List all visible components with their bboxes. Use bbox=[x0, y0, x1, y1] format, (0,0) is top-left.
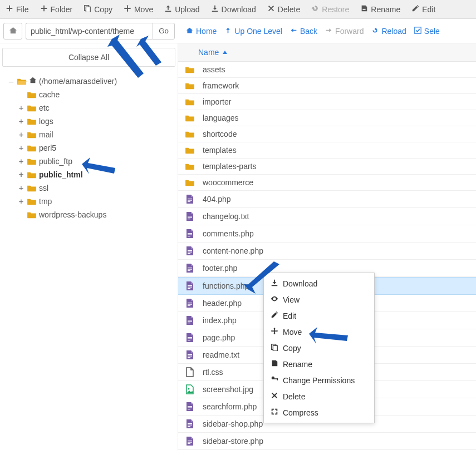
compress-icon bbox=[271, 408, 278, 417]
nav-up-button[interactable]: Up One Level bbox=[224, 27, 282, 36]
svg-rect-37 bbox=[188, 409, 190, 409]
svg-rect-32 bbox=[188, 356, 192, 357]
tree-item-label: perl5 bbox=[39, 142, 56, 154]
move-button[interactable]: Move bbox=[118, 2, 159, 16]
expand-icon[interactable]: + bbox=[18, 116, 24, 127]
svg-rect-13 bbox=[188, 250, 192, 251]
file-row[interactable]: comments.php bbox=[178, 225, 476, 243]
new-folder-button[interactable]: Folder bbox=[35, 2, 78, 16]
edit-button[interactable]: Edit bbox=[406, 2, 441, 16]
tree-item-label: wordpress-backups bbox=[39, 209, 106, 220]
tree-item[interactable]: +public_html bbox=[18, 168, 178, 181]
tree-item[interactable]: cache bbox=[18, 88, 178, 101]
context-permissions[interactable]: Change Permissions bbox=[264, 372, 374, 388]
file-name: templates-parts bbox=[203, 162, 256, 171]
nav-home-button[interactable]: Home bbox=[186, 27, 217, 36]
svg-rect-45 bbox=[273, 345, 277, 351]
context-move[interactable]: Move bbox=[264, 324, 374, 340]
file-row[interactable]: templates-parts bbox=[178, 159, 476, 175]
go-button[interactable]: Go bbox=[153, 23, 175, 39]
x-icon bbox=[271, 392, 278, 401]
file-row[interactable]: sidebar-store.php bbox=[178, 433, 476, 450]
tree-item[interactable]: +perl5 bbox=[18, 141, 178, 155]
svg-rect-22 bbox=[188, 303, 192, 303]
folder-icon bbox=[27, 211, 37, 219]
path-input[interactable] bbox=[26, 23, 153, 39]
expand-icon[interactable]: + bbox=[18, 182, 24, 194]
file-row[interactable]: woocommerce bbox=[178, 175, 476, 191]
file-row[interactable]: content-none.php bbox=[178, 243, 476, 260]
restore-button[interactable]: Restore bbox=[306, 2, 355, 16]
nav-reload-button[interactable]: Reload bbox=[371, 27, 406, 36]
context-edit[interactable]: Edit bbox=[264, 308, 374, 324]
svg-rect-6 bbox=[188, 201, 190, 202]
home-button[interactable] bbox=[3, 23, 22, 39]
column-header-name[interactable]: Name bbox=[178, 43, 476, 62]
folder-icon bbox=[184, 179, 196, 186]
file-list: Name assetsframeworkimporterlanguagessho… bbox=[178, 43, 476, 450]
restore-icon bbox=[311, 4, 319, 14]
context-delete[interactable]: Delete bbox=[264, 388, 374, 404]
upload-button[interactable]: Upload bbox=[159, 2, 205, 16]
tree-item[interactable]: +mail bbox=[18, 128, 178, 141]
nav-back-button[interactable]: Back bbox=[290, 27, 317, 36]
svg-rect-10 bbox=[188, 233, 192, 234]
tree-item[interactable]: wordpress-backups bbox=[18, 208, 178, 221]
svg-rect-24 bbox=[188, 305, 190, 306]
copy-icon bbox=[84, 4, 91, 14]
svg-point-34 bbox=[188, 388, 190, 390]
tree-item[interactable]: +logs bbox=[18, 115, 178, 128]
file-name: rtl.css bbox=[203, 368, 223, 377]
download-button[interactable]: Download bbox=[205, 2, 262, 16]
eye-icon bbox=[271, 295, 278, 304]
column-header-label: Name bbox=[198, 48, 219, 57]
file-row[interactable]: assets bbox=[178, 62, 476, 78]
collapse-icon[interactable]: – bbox=[8, 76, 14, 87]
folder-icon bbox=[184, 162, 196, 170]
context-download[interactable]: Download bbox=[264, 275, 374, 291]
context-compress[interactable]: Compress bbox=[264, 404, 374, 421]
delete-button[interactable]: Delete bbox=[262, 2, 306, 16]
tree-item[interactable]: +tmp bbox=[18, 195, 178, 208]
expand-icon[interactable]: + bbox=[18, 196, 24, 207]
file-image-icon bbox=[184, 384, 196, 394]
file-row[interactable]: changelog.txt bbox=[178, 208, 476, 225]
file-row[interactable]: 404.php bbox=[178, 191, 476, 208]
copy-button[interactable]: Copy bbox=[78, 2, 118, 16]
file-row[interactable]: importer bbox=[178, 94, 476, 110]
expand-icon[interactable]: + bbox=[18, 102, 24, 113]
file-name: page.php bbox=[203, 333, 235, 342]
context-copy[interactable]: Copy bbox=[264, 340, 374, 356]
tree-item[interactable]: +etc bbox=[18, 101, 178, 115]
tree-item[interactable]: +public_ftp bbox=[18, 155, 178, 168]
svg-rect-36 bbox=[188, 408, 192, 408]
folder-icon bbox=[27, 144, 37, 152]
expand-icon[interactable]: + bbox=[18, 169, 24, 180]
context-view[interactable]: View bbox=[264, 291, 374, 308]
file-row[interactable]: languages bbox=[178, 110, 476, 126]
context-rename[interactable]: Rename bbox=[264, 356, 374, 372]
top-toolbar: File Folder Copy Move Upload Download De… bbox=[0, 0, 476, 19]
folder-icon bbox=[184, 98, 196, 106]
folder-icon bbox=[27, 131, 37, 139]
rename-button[interactable]: Rename bbox=[355, 2, 406, 16]
expand-icon[interactable]: + bbox=[18, 129, 24, 140]
folder-icon bbox=[27, 171, 37, 179]
delete-label: Delete bbox=[278, 5, 300, 14]
collapse-all-button[interactable]: Collapse All bbox=[2, 48, 175, 67]
file-code-icon bbox=[184, 229, 196, 239]
file-row[interactable]: shortcode bbox=[178, 126, 476, 142]
file-row[interactable]: templates bbox=[178, 142, 476, 159]
expand-icon[interactable]: + bbox=[18, 142, 24, 154]
new-file-button[interactable]: File bbox=[0, 2, 35, 16]
svg-rect-40 bbox=[188, 426, 190, 427]
tree-item[interactable]: +ssl bbox=[18, 181, 178, 195]
expand-icon[interactable]: + bbox=[18, 156, 24, 167]
file-code-icon bbox=[184, 350, 196, 360]
file-row[interactable]: framework bbox=[178, 78, 476, 94]
tree-item-label: mail bbox=[39, 129, 53, 140]
nav-selectall-button[interactable]: Sele bbox=[414, 27, 440, 36]
tree-root[interactable]: – (/home/amarasdeliver) bbox=[8, 75, 178, 88]
nav-forward-button[interactable]: Forward bbox=[325, 27, 364, 36]
file-code-icon bbox=[184, 281, 196, 291]
